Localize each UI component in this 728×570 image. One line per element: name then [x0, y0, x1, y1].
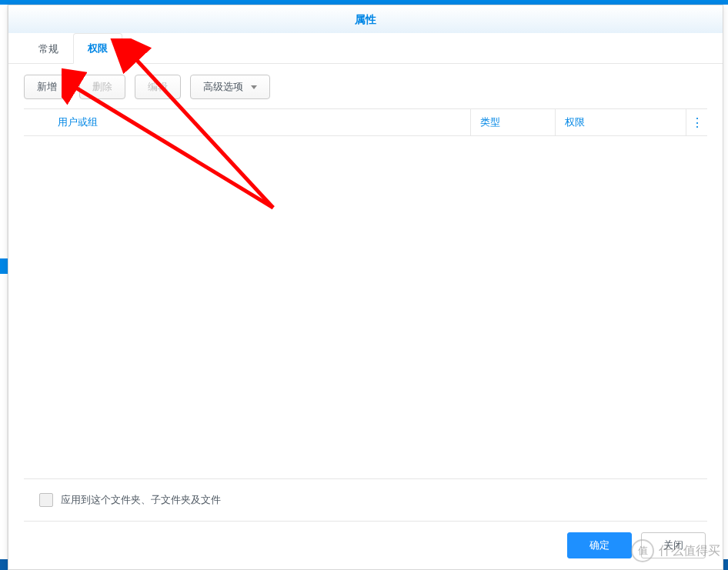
advanced-options-button[interactable]: 高级选项	[190, 75, 270, 99]
watermark-text: 什么值得买	[659, 543, 720, 559]
add-button[interactable]: 新增	[24, 75, 70, 99]
column-permission[interactable]: 权限	[555, 109, 686, 135]
table-header: 用户或组 类型 权限 ⋮	[24, 108, 707, 136]
advanced-options-label: 高级选项	[203, 81, 243, 92]
tab-general[interactable]: 常规	[24, 34, 73, 64]
watermark-logo: 值	[631, 539, 654, 562]
ok-button[interactable]: 确定	[567, 532, 632, 558]
watermark: 值 什么值得买	[631, 539, 720, 562]
column-user-or-group[interactable]: 用户或组	[55, 115, 470, 129]
properties-dialog: 属性 常规 权限 新增 删除 编辑 高级选项 用户或组 类型 权限 ⋮ 应用到这…	[8, 5, 723, 570]
apply-recursive-label: 应用到这个文件夹、子文件夹及文件	[61, 493, 221, 507]
chevron-down-icon	[251, 85, 257, 89]
column-type[interactable]: 类型	[470, 109, 555, 135]
dialog-title: 属性	[8, 5, 723, 33]
apply-recursive-row: 应用到这个文件夹、子文件夹及文件	[24, 479, 707, 522]
tab-permission[interactable]: 权限	[73, 33, 122, 64]
column-menu-button[interactable]: ⋮	[686, 109, 707, 135]
dialog-footer: 确定 关闭	[8, 522, 723, 569]
toolbar: 新增 删除 编辑 高级选项	[8, 64, 723, 108]
tabs-bar: 常规 权限	[8, 33, 723, 64]
delete-button[interactable]: 删除	[79, 75, 125, 99]
table-body	[24, 136, 707, 479]
edit-button[interactable]: 编辑	[135, 75, 181, 99]
apply-recursive-checkbox[interactable]	[39, 493, 53, 507]
more-icon: ⋮	[691, 115, 703, 130]
